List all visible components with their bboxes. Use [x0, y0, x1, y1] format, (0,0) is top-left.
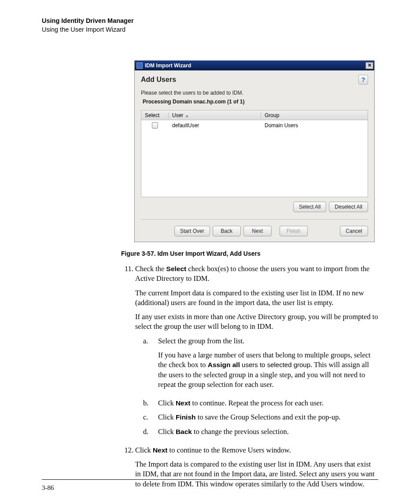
- window-title: IDM Import Wizard: [145, 63, 191, 69]
- table-empty-space: [141, 131, 368, 197]
- table-row[interactable]: defaultUser Domain Users: [141, 120, 368, 131]
- header-title: Using Identity Driven Manager: [42, 17, 378, 26]
- col-user[interactable]: User▲: [169, 112, 261, 118]
- app-icon: [136, 63, 143, 69]
- select-all-button[interactable]: Select All: [293, 202, 326, 212]
- cell-user: defaultUser: [169, 122, 261, 129]
- page-number: 3-86: [42, 484, 54, 492]
- back-button[interactable]: Back: [213, 226, 241, 236]
- page-header: Using Identity Driven Manager Using the …: [42, 17, 378, 34]
- cancel-button[interactable]: Cancel: [340, 226, 368, 236]
- wizard-dialog: IDM Import Wizard ✕ Add Users ? Please s…: [134, 60, 375, 242]
- deselect-all-button[interactable]: Deselect All: [329, 202, 368, 212]
- next-button[interactable]: Next: [243, 226, 272, 236]
- row-checkbox[interactable]: [152, 122, 158, 129]
- step-number: 11.: [121, 264, 133, 441]
- col-select[interactable]: Select: [141, 112, 169, 118]
- cell-group: Domain Users: [261, 122, 368, 129]
- finish-button[interactable]: Finish: [280, 226, 308, 236]
- header-subtitle: Using the User Import Wizard: [42, 26, 378, 34]
- col-group[interactable]: Group: [261, 112, 368, 118]
- table-header-row: Select User▲ Group: [141, 110, 368, 120]
- start-over-button[interactable]: Start Over: [174, 226, 210, 236]
- footer-rule: [42, 479, 378, 480]
- figure-caption: Figure 3-57. Idm User Import Wizard, Add…: [121, 250, 378, 257]
- body-content: 11. Check the Select check box(es) to ch…: [121, 264, 378, 493]
- sort-asc-icon: ▲: [185, 114, 189, 118]
- user-table: Select User▲ Group defaultUser Domain Us…: [141, 110, 368, 197]
- help-icon[interactable]: ?: [358, 75, 368, 85]
- dialog-instruction: Please select the users to be added to I…: [141, 90, 368, 96]
- titlebar: IDM Import Wizard ✕: [135, 61, 374, 70]
- dialog-heading: Add Users: [141, 76, 358, 84]
- step-number: 12.: [121, 445, 133, 493]
- close-icon[interactable]: ✕: [365, 62, 373, 69]
- processing-label: Processing Domain snac.hp.com (1 of 1): [143, 99, 368, 105]
